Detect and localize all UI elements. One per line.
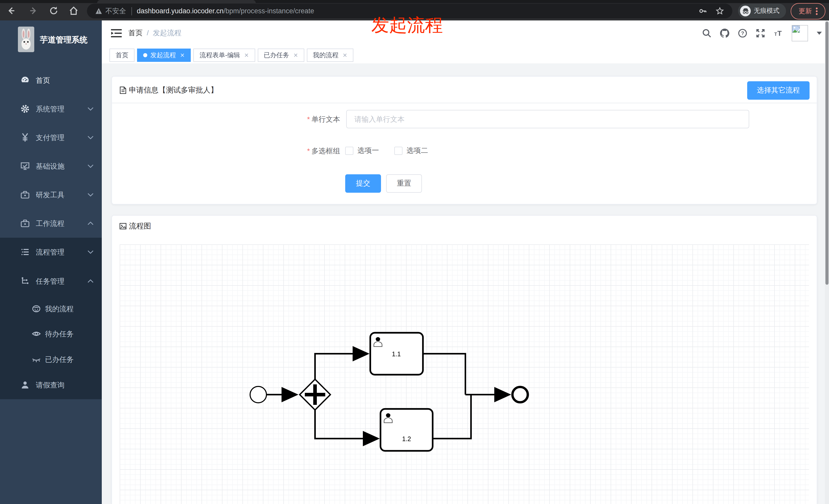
bpmn-diagram: 1.1 1.2 (112, 236, 817, 504)
active-dot (143, 53, 147, 57)
reset-button[interactable]: 重置 (386, 174, 422, 193)
sidebar-item-label: 请假查询 (36, 381, 65, 390)
sidebar-item-todo-tasks[interactable]: 待办任务 (0, 319, 102, 348)
tab-my-process[interactable]: 我的流程✕ (307, 48, 353, 62)
logo-row[interactable]: 芋道管理系统 (0, 27, 102, 60)
toolbox-icon (21, 190, 30, 199)
close-icon[interactable]: ✕ (343, 52, 347, 59)
url-host: dashboard.yudao.iocoder.cn (137, 7, 223, 15)
header-actions: ? TT (702, 21, 822, 46)
chrome-menu-icon[interactable] (816, 7, 818, 15)
sidebar-item-process-management[interactable]: 流程管理 (0, 238, 102, 266)
end-event[interactable] (512, 387, 528, 402)
dashboard-icon (21, 76, 30, 85)
bpmn-canvas[interactable]: 1.1 1.2 (112, 236, 817, 504)
reload-icon[interactable] (48, 6, 59, 16)
submit-button[interactable]: 提交 (345, 174, 381, 193)
edge-gateway-to-task2 (315, 410, 377, 438)
avatar[interactable] (792, 25, 808, 41)
checkbox-option-2[interactable]: 选项二 (394, 146, 428, 155)
bookmark-star-icon[interactable] (716, 7, 724, 15)
checkbox-label: 选项二 (406, 146, 428, 155)
sidebar-item-label: 流程管理 (36, 248, 65, 257)
edge-task1-to-join (423, 354, 465, 395)
close-icon[interactable]: ✕ (244, 52, 249, 59)
yen-icon (21, 133, 30, 142)
sidebar-item-label: 系统管理 (36, 105, 65, 114)
sidebar-item-infrastructure[interactable]: 基础设施 (0, 152, 102, 181)
sidebar-item-label: 支付管理 (36, 133, 65, 143)
sidebar-item-workflow[interactable]: 工作流程 (0, 209, 102, 238)
tab-process-form-edit[interactable]: 流程表单-编辑✕ (193, 48, 255, 62)
tab-home[interactable]: 首页 (109, 48, 135, 62)
parallel-gateway[interactable] (300, 379, 330, 410)
help-icon[interactable]: ? (738, 29, 747, 38)
search-icon[interactable] (702, 29, 711, 38)
task-label: 1.2 (402, 435, 411, 442)
sidebar-item-my-process[interactable]: 我的流程 (0, 295, 102, 323)
card-title: 申请信息【测试多审批人】 (129, 85, 218, 95)
close-icon[interactable]: ✕ (180, 52, 185, 59)
home-icon[interactable] (69, 6, 79, 16)
page-scrollbar[interactable] (825, 21, 829, 504)
user-task-1-1[interactable]: 1.1 (370, 333, 423, 375)
tab-done-tasks[interactable]: 已办任务✕ (257, 48, 304, 62)
update-button[interactable]: 更新 (791, 3, 825, 20)
robot-icon (32, 304, 41, 313)
start-event[interactable] (250, 386, 266, 403)
broken-image-icon (792, 26, 801, 34)
url-path: /bpm/process-instance/create (223, 7, 314, 15)
sidebar-item-leave-query[interactable]: 请假查询 (0, 371, 102, 399)
svg-text:?: ? (741, 30, 744, 36)
app-header: 首页/发起流程 ? TT (102, 21, 829, 46)
sidebar-item-done-tasks[interactable]: 已办任务 (0, 345, 102, 374)
screen: 不安全 dashboard.yudao.iocoder.cn/bpm/proce… (0, 0, 829, 504)
main-content: 申请信息【测试多审批人】 选择其它流程 *单行文本 *多选框组 选项一 选项二 … (102, 64, 829, 504)
scrollbar-thumb[interactable] (825, 22, 828, 285)
choose-other-process-button[interactable]: 选择其它流程 (747, 81, 809, 100)
sidebar-item-system[interactable]: 系统管理 (0, 94, 102, 123)
user-icon (21, 380, 30, 389)
fullscreen-icon[interactable] (756, 29, 765, 38)
user-task-1-2[interactable]: 1.2 (381, 409, 433, 451)
checkbox-icon[interactable] (394, 147, 402, 155)
single-line-text-input[interactable] (346, 110, 749, 128)
security-label[interactable]: 不安全 (105, 6, 126, 15)
sidebar-item-dev-tools[interactable]: 研发工具 (0, 181, 102, 209)
chevron-up-icon (87, 279, 94, 283)
card-title-row: 申请信息【测试多审批人】 (119, 85, 218, 95)
sidebar-item-label: 首页 (36, 76, 50, 85)
tab-start-process[interactable]: 发起流程✕ (137, 48, 191, 62)
sidebar-item-label: 我的流程 (45, 305, 74, 314)
back-icon[interactable] (6, 6, 16, 16)
sidebar-item-payment[interactable]: 支付管理 (0, 123, 102, 152)
checkbox-option-1[interactable]: 选项一 (345, 146, 379, 155)
eye-closed-icon (32, 355, 41, 364)
list-icon (21, 247, 30, 257)
document-icon (119, 86, 127, 94)
close-icon[interactable]: ✕ (293, 52, 298, 59)
tabbar: 首页 发起流程✕ 流程表单-编辑✕ 已办任务✕ 我的流程✕ (102, 46, 829, 64)
caret-down-icon[interactable] (817, 32, 822, 35)
checkbox-label: 选项一 (358, 146, 379, 155)
process-diagram-card: 流程图 (111, 215, 817, 504)
sidebar-item-home[interactable]: 首页 (0, 66, 102, 94)
chevron-up-icon (87, 221, 94, 225)
chevron-down-icon (87, 193, 94, 197)
monitor-icon (21, 161, 30, 171)
tree-icon (21, 276, 30, 286)
tab-label: 首页 (116, 51, 129, 60)
app-title: 芋道管理系统 (40, 35, 87, 45)
forward-icon[interactable] (28, 6, 38, 16)
logo-image (18, 27, 34, 52)
sidebar-item-task-management[interactable]: 任务管理 (0, 267, 102, 296)
breadcrumb-home[interactable]: 首页 (129, 29, 143, 37)
browser-active-tab[interactable] (97, 0, 256, 3)
card-header: 流程图 (112, 216, 817, 236)
github-icon[interactable] (720, 29, 729, 38)
key-icon[interactable] (698, 7, 707, 15)
chevron-down-icon (87, 135, 94, 140)
font-size-icon[interactable]: TT (774, 29, 783, 38)
sidebar-collapse-icon[interactable] (111, 28, 122, 38)
checkbox-icon[interactable] (345, 147, 353, 155)
